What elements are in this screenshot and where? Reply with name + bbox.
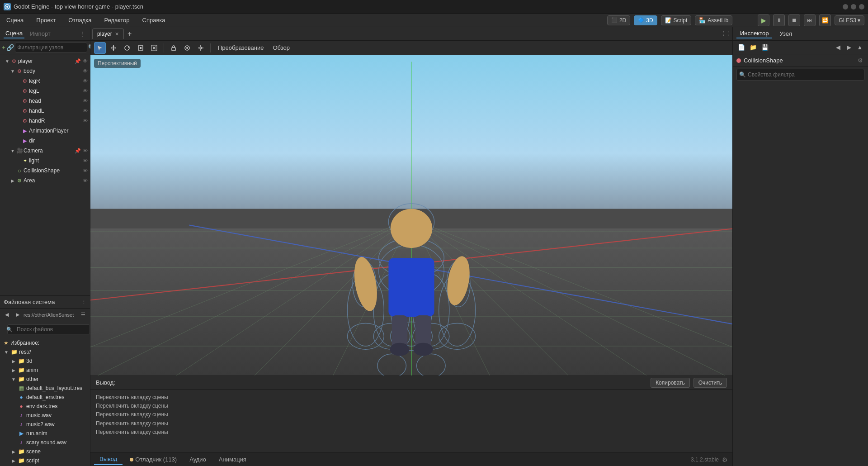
menu-project[interactable]: Проект	[33, 16, 58, 24]
out-tab-output[interactable]: Вывод	[94, 454, 123, 465]
fs-item-scene[interactable]: ▶ 📁 scene	[0, 447, 90, 456]
btn-2d[interactable]: ⬛ 2D	[607, 15, 630, 25]
insp-nav-forward[interactable]: ▶	[844, 43, 854, 52]
menu-scene[interactable]: Сцена	[4, 16, 26, 24]
body-eye-icon[interactable]: 👁	[82, 68, 88, 74]
insp-settings-icon[interactable]: ⚙	[856, 57, 864, 65]
out-tab-audio[interactable]: Аудио	[184, 454, 212, 465]
vp-align-tool[interactable]	[181, 42, 193, 54]
collision-eye-icon[interactable]: 👁	[82, 167, 88, 174]
inspector-tab-inspector[interactable]: Инспектор	[736, 29, 772, 38]
fs-item-anim[interactable]: ▶ 📁 anim	[0, 366, 90, 375]
btn-3d[interactable]: 🔷 3D	[634, 15, 657, 25]
insp-nav-back[interactable]: ◀	[834, 43, 843, 52]
fs-forward-btn[interactable]: ▶	[13, 310, 23, 320]
menu-debug[interactable]: Отладка	[66, 16, 94, 24]
fs-item-bus-layout[interactable]: ▦ default_bus_layout.tres	[0, 384, 90, 393]
tab-close-icon[interactable]: ✕	[115, 31, 119, 37]
insp-folder-icon[interactable]: 📁	[748, 43, 758, 52]
fs-search-input[interactable]	[7, 324, 90, 334]
fs-item-3d[interactable]: ▶ 📁 3d	[0, 357, 90, 366]
player-pin-icon[interactable]: 📌	[75, 58, 81, 64]
btn-script[interactable]: 📝 Script	[661, 15, 692, 25]
vp-scale-tool[interactable]	[135, 42, 146, 54]
fs-item-run-anim[interactable]: ▶ run.anim	[0, 429, 90, 438]
fs-item-music2[interactable]: ♪ music2.wav	[0, 420, 90, 429]
vp-lock-tool[interactable]	[168, 42, 179, 54]
loop-button[interactable]: 🔁	[819, 14, 831, 26]
area-eye-icon[interactable]: 👁	[82, 177, 88, 184]
add-node-button[interactable]: +	[2, 43, 5, 52]
fs-item-scary[interactable]: ♪ scary sound.wav	[0, 438, 90, 447]
perspective-badge[interactable]: Перспективный	[94, 59, 141, 68]
vp-rotate-tool[interactable]	[121, 42, 133, 54]
menu-editor[interactable]: Редактор	[102, 16, 132, 24]
vp-transform-tool[interactable]	[148, 42, 160, 54]
vp-cursor-tool[interactable]	[94, 42, 106, 54]
link-node-button[interactable]: 🔗	[6, 43, 14, 52]
btn-assetlib[interactable]: 🏪 AssetLib	[695, 15, 732, 25]
tab-add-button[interactable]: +	[125, 29, 135, 39]
gles-selector[interactable]: GLES3 ▾	[835, 15, 864, 25]
area-pin-icon[interactable]: 📌	[75, 177, 81, 184]
output-copy-button[interactable]: Копировать	[651, 378, 690, 388]
tab-player[interactable]: player ✕	[92, 29, 124, 39]
fs-back-btn[interactable]: ◀	[2, 310, 12, 320]
inspector-tab-node[interactable]: Узел	[776, 29, 796, 38]
tree-item-legR[interactable]: ⚙ legR 👁	[0, 76, 90, 86]
vp-snap-tool[interactable]	[195, 42, 207, 54]
handL-eye-icon[interactable]: 👁	[82, 108, 88, 114]
fs-options-icon[interactable]: ⋮	[81, 299, 86, 305]
insp-save-icon[interactable]: 💾	[760, 43, 770, 52]
insp-nav-up[interactable]: ▲	[855, 43, 864, 52]
fs-item-music[interactable]: ♪ music.wav	[0, 411, 90, 420]
camera-pin-icon[interactable]: 📌	[75, 147, 81, 154]
vp-view-label[interactable]: Обзор	[269, 44, 294, 51]
player-eye-icon[interactable]: 👁	[82, 58, 88, 64]
minimize-button[interactable]	[843, 4, 848, 10]
tree-item-handL[interactable]: ⚙ handL 👁	[0, 106, 90, 116]
settings-icon[interactable]: ⚙	[721, 456, 729, 464]
legL-eye-icon[interactable]: 👁	[82, 88, 88, 94]
pause-button[interactable]: ⏸	[773, 14, 785, 26]
tree-item-area[interactable]: ▶ ⚙ Area 📌 👁	[0, 176, 90, 185]
stop-button[interactable]: ⏹	[788, 14, 800, 26]
step-button[interactable]: ⏭	[804, 14, 816, 26]
insp-file-icon[interactable]: 📄	[736, 43, 746, 52]
fs-layout-btn[interactable]: ☰	[78, 310, 88, 320]
fs-item-script[interactable]: ▶ 📁 script	[0, 456, 90, 464]
legR-eye-icon[interactable]: 👁	[82, 78, 88, 84]
tab-import[interactable]: Импорт	[30, 30, 50, 37]
tree-item-dir[interactable]: ▶ dir	[0, 136, 90, 146]
maximize-button[interactable]	[851, 4, 856, 10]
viewport[interactable]: Перспективный	[90, 55, 732, 376]
fullscreen-button[interactable]: ⛶	[721, 29, 731, 39]
menu-help[interactable]: Справка	[140, 16, 168, 24]
tree-item-player[interactable]: ▼ ⚙ player 📌 👁	[0, 56, 90, 66]
tree-item-legL[interactable]: ⚙ legL 👁	[0, 86, 90, 96]
tree-item-light[interactable]: ✦ light 👁	[0, 156, 90, 166]
head-eye-icon[interactable]: 👁	[82, 98, 88, 104]
out-tab-debugger[interactable]: Отладчик (113)	[124, 454, 182, 465]
light-eye-icon[interactable]: 👁	[82, 157, 88, 164]
camera-eye-icon[interactable]: 👁	[82, 147, 88, 154]
vp-transform-label[interactable]: Преобразование	[214, 44, 268, 51]
filesystem-header[interactable]: Файловая система ⋮	[0, 296, 90, 309]
filter-nodes-input[interactable]	[15, 43, 87, 52]
tree-item-head[interactable]: ⚙ head 👁	[0, 96, 90, 106]
tree-item-handR[interactable]: ⚙ handR 👁	[0, 116, 90, 126]
fs-item-other[interactable]: ▼ 📁 other	[0, 375, 90, 384]
play-button[interactable]: ▶	[758, 14, 769, 26]
vp-move-tool[interactable]	[108, 42, 119, 54]
fs-item-env[interactable]: ● default_env.tres	[0, 393, 90, 402]
tab-scene[interactable]: Сцена	[4, 29, 24, 38]
tree-item-body[interactable]: ▼ ⚙ body 👁	[0, 66, 90, 76]
panel-options-icon[interactable]: ⋮	[79, 30, 86, 38]
property-filter-input[interactable]	[736, 69, 864, 81]
tree-item-camera[interactable]: ▼ 🎥 Camera 📌 👁	[0, 146, 90, 156]
fs-item-res[interactable]: ▼ 📁 res://	[0, 347, 90, 357]
close-button[interactable]	[859, 4, 864, 10]
out-tab-animation[interactable]: Анимация	[213, 454, 252, 465]
tree-item-collisionshape[interactable]: ○ CollisionShape 👁	[0, 166, 90, 176]
output-clear-button[interactable]: Очистить	[693, 378, 727, 388]
